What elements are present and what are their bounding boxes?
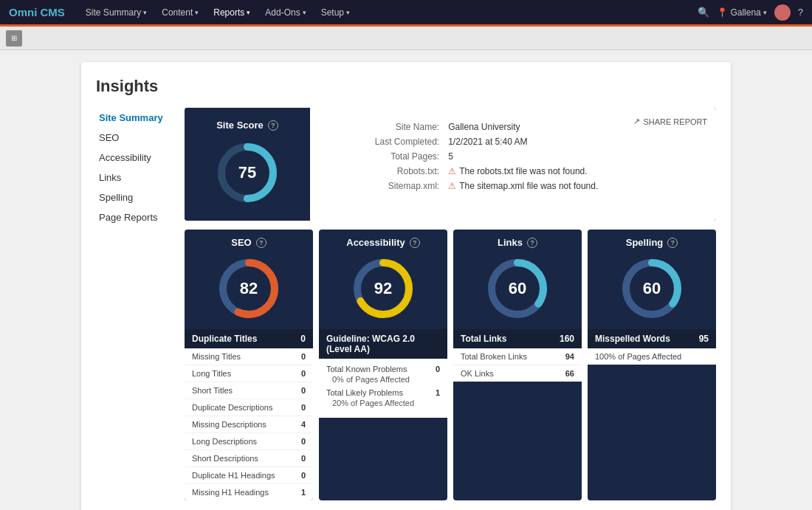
accessibility-score-value: 92 <box>374 279 392 298</box>
accessibility-help-icon[interactable]: ? <box>410 238 420 248</box>
site-info-table: Site Name: Gallena University Last Compl… <box>325 120 701 193</box>
info-row-sitemap: Sitemap.xml: ⚠The sitemap.xml file was n… <box>325 179 701 193</box>
metric-row: Duplicate Descriptions0 <box>185 399 313 416</box>
accessibility-card-body: Total Known Problems 0 0% of Pages Affec… <box>319 359 447 418</box>
site-score-donut: 75 <box>214 139 281 206</box>
spelling-title-row: Spelling ? <box>596 237 707 248</box>
metric-row: Short Titles0 <box>185 382 313 399</box>
top-navigation: Omni CMS Site Summary ▾ Content ▾ Report… <box>0 0 812 27</box>
links-help-icon[interactable]: ? <box>527 238 537 248</box>
spelling-metric-card: Spelling ? 60 <box>588 230 716 500</box>
metric-row: Missing H1 Headings1 <box>185 484 313 500</box>
nav-right: 🔍 📍 Gallena ▾ ? <box>698 4 803 21</box>
brand-cms: CMS <box>41 6 65 18</box>
spelling-donut: 60 <box>619 255 685 322</box>
seo-card-body: Missing Titles0 Long Titles0 Short Title… <box>185 348 313 500</box>
accessibility-title-row: Accessibility ? <box>328 237 438 248</box>
nav-content[interactable]: Content ▾ <box>156 4 204 21</box>
sidebar-item-links[interactable]: Links <box>96 168 176 187</box>
toolbar: ⊞ <box>0 27 812 50</box>
chevron-down-icon: ▾ <box>143 9 147 16</box>
warning-icon: ⚠ <box>448 181 456 191</box>
metric-row: Long Titles0 <box>185 365 313 382</box>
nav-addons[interactable]: Add-Ons ▾ <box>259 4 312 21</box>
links-subtitle: Total Links 160 <box>453 329 582 348</box>
share-report-button[interactable]: ↗ SHARE REPORT <box>633 117 707 126</box>
nav-reports[interactable]: Reports ▾ <box>207 4 256 21</box>
brand-name: Omni <box>9 6 37 18</box>
seo-title-row: SEO ? <box>193 237 304 248</box>
accessibility-subtitle: Guideline: WCAG 2.0 (Level AA) <box>319 329 447 359</box>
links-card-header: Links ? 60 <box>453 230 582 329</box>
main-content: Insights Site Summary SEO Accessibility … <box>0 50 812 510</box>
links-score-value: 60 <box>509 279 526 298</box>
chevron-down-icon: ▾ <box>346 9 350 16</box>
toolbar-toggle-icon[interactable]: ⊞ <box>6 30 22 46</box>
site-score-card: Site Score ? 75 <box>185 108 310 221</box>
metric-row: Total Broken Links94 <box>453 348 582 365</box>
sidebar-item-site-summary[interactable]: Site Summary <box>96 108 176 128</box>
metric-row: OK Links66 <box>453 365 582 382</box>
spelling-card-body: 100% of Pages Affected <box>588 348 716 365</box>
links-title-row: Links ? <box>462 237 573 248</box>
metric-row: 100% of Pages Affected <box>588 348 716 365</box>
nav-dashboard[interactable]: Site Summary ▾ <box>80 4 153 21</box>
share-icon: ↗ <box>633 117 640 126</box>
brand-logo[interactable]: Omni CMS <box>9 6 65 18</box>
seo-card-header: SEO ? 82 <box>185 230 313 329</box>
chevron-down-icon: ▾ <box>195 9 199 16</box>
chevron-down-icon: ▾ <box>247 9 250 16</box>
info-row-total-pages: Total Pages: 5 <box>325 149 701 164</box>
site-score-title: Site Score ? <box>216 120 278 131</box>
site-info-panel: ↗ SHARE REPORT Site Name: Gallena Univer… <box>310 108 716 221</box>
site-score-row: Site Score ? 75 <box>185 108 716 221</box>
warning-icon: ⚠ <box>448 166 456 176</box>
metric-cards-row: SEO ? 82 Du <box>185 230 716 500</box>
nav-setup[interactable]: Setup ▾ <box>315 4 356 21</box>
help-icon[interactable]: ? <box>798 7 803 18</box>
metric-row: Missing Descriptions4 <box>185 416 313 433</box>
links-metric-card: Links ? 60 <box>453 230 582 500</box>
insights-sidebar: Site Summary SEO Accessibility Links Spe… <box>96 108 185 500</box>
chevron-down-icon: ▾ <box>303 9 306 16</box>
site-score-help-icon[interactable]: ? <box>268 120 278 131</box>
sidebar-item-seo[interactable]: SEO <box>96 128 176 148</box>
insights-panel: Insights Site Summary SEO Accessibility … <box>81 62 731 510</box>
accessibility-donut: 92 <box>350 255 416 322</box>
sidebar-item-page-reports[interactable]: Page Reports <box>96 207 176 227</box>
site-score-value: 75 <box>238 163 256 182</box>
spelling-card-header: Spelling ? 60 <box>588 230 716 329</box>
metric-row: Short Descriptions0 <box>185 450 313 467</box>
seo-help-icon[interactable]: ? <box>256 238 266 248</box>
spelling-subtitle: Misspelled Words 95 <box>588 329 716 348</box>
location-selector[interactable]: 📍 Gallena ▾ <box>717 7 766 18</box>
spelling-score-value: 60 <box>643 279 661 298</box>
seo-score-value: 82 <box>240 279 258 298</box>
links-card-body: Total Broken Links94 OK Links66 <box>453 348 582 382</box>
accessibility-metric-card: Accessibility ? 92 <box>319 230 447 500</box>
sidebar-item-accessibility[interactable]: Accessibility <box>96 148 176 168</box>
access-extra-row: Total Known Problems 0 0% of Pages Affec… <box>326 365 440 384</box>
spelling-help-icon[interactable]: ? <box>667 238 678 248</box>
accessibility-card-header: Accessibility ? 92 <box>319 230 447 329</box>
links-donut: 60 <box>484 255 551 322</box>
insights-body: Site Summary SEO Accessibility Links Spe… <box>96 108 716 500</box>
metric-row: Missing Titles0 <box>185 348 313 365</box>
user-avatar[interactable] <box>774 4 791 21</box>
seo-subtitle: Duplicate Titles 0 <box>185 329 313 348</box>
info-row-robots: Robots.txt: ⚠The robots.txt file was not… <box>325 164 701 179</box>
metric-row: Long Descriptions0 <box>185 433 313 450</box>
metric-row: Duplicate H1 Headings0 <box>185 467 313 484</box>
sidebar-item-spelling[interactable]: Spelling <box>96 187 176 207</box>
info-row-last-completed: Last Completed: 1/2/2021 at 5:40 AM <box>325 134 701 149</box>
seo-metric-card: SEO ? 82 Du <box>185 230 313 500</box>
seo-donut: 82 <box>216 255 282 322</box>
page-title: Insights <box>96 77 716 96</box>
search-icon[interactable]: 🔍 <box>698 7 709 18</box>
content-area: Site Score ? 75 <box>185 108 716 500</box>
access-extra-row: Total Likely Problems 1 20% of Pages Aff… <box>326 388 440 407</box>
chevron-down-icon: ▾ <box>763 9 767 16</box>
